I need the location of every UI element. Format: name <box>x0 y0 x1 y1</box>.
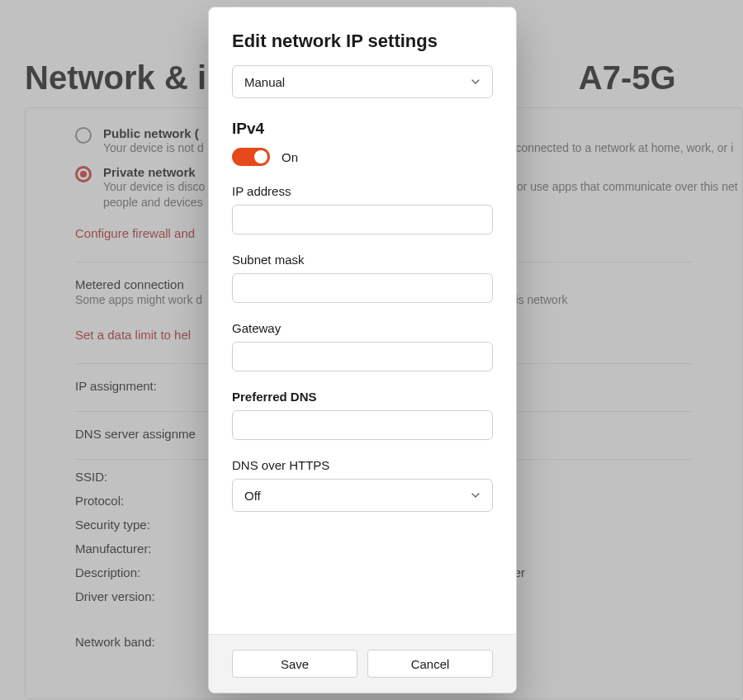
modal-footer: Save Cancel <box>209 634 516 693</box>
cancel-button[interactable]: Cancel <box>367 650 493 678</box>
subnet-mask-input[interactable] <box>232 273 493 303</box>
ip-address-input[interactable] <box>232 205 493 234</box>
gateway-input[interactable] <box>232 342 493 371</box>
preferred-dns-input[interactable] <box>232 410 493 440</box>
settings-page: Network & inte A7-5G Public network ( Yo… <box>0 0 743 700</box>
page-title-right: A7-5G <box>579 59 676 96</box>
chevron-down-icon <box>471 75 480 89</box>
radio-icon[interactable] <box>75 127 92 144</box>
subnet-mask-label: Subnet mask <box>232 253 493 267</box>
doh-value: Off <box>244 489 261 503</box>
radio-icon[interactable] <box>75 166 92 182</box>
ipv4-toggle-row: On <box>232 148 493 166</box>
ip-address-label: IP address <box>232 184 493 198</box>
ipv4-heading: IPv4 <box>232 120 493 138</box>
ipv4-toggle-label: On <box>282 150 298 164</box>
edit-ip-modal: Edit network IP settings Manual IPv4 On … <box>208 7 517 693</box>
doh-label: DNS over HTTPS <box>232 458 493 472</box>
modal-title: Edit network IP settings <box>232 31 493 52</box>
chevron-down-icon <box>471 489 480 503</box>
ip-mode-value: Manual <box>244 75 285 89</box>
modal-body: Edit network IP settings Manual IPv4 On … <box>209 7 516 634</box>
save-button[interactable]: Save <box>232 650 357 678</box>
ipv4-toggle[interactable] <box>232 148 270 166</box>
gateway-label: Gateway <box>232 321 493 335</box>
ip-mode-dropdown[interactable]: Manual <box>232 65 493 98</box>
preferred-dns-label: Preferred DNS <box>232 390 493 404</box>
doh-dropdown[interactable]: Off <box>232 479 493 512</box>
